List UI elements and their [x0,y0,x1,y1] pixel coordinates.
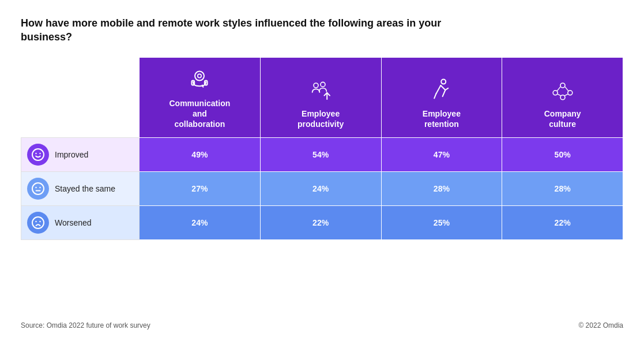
headset-icon [186,66,213,93]
col-label-culture: Companyculture [544,109,581,129]
svg-point-25 [35,221,36,222]
improved-communication: 49% [140,138,261,172]
svg-line-13 [556,87,560,91]
main-container: How have more mobile and remote work sty… [0,0,644,341]
row-stayed: Stayed the same 27% 24% 28% 28% [21,172,623,206]
svg-point-5 [314,83,318,88]
svg-point-18 [35,153,36,154]
svg-point-21 [35,187,36,188]
retention-icon [428,76,455,104]
sad-face-icon [31,216,45,230]
table-wrapper: Communicationandcollaboration [21,57,623,316]
row-stayed-label-cell: Stayed the same [21,172,140,206]
improved-culture: 50% [502,138,623,172]
svg-point-17 [32,149,44,160]
col-label-retention: Employeeretention [423,109,461,129]
svg-line-16 [564,94,567,96]
svg-point-9 [560,83,565,88]
row-improved-label-cell: Improved [21,138,140,172]
culture-icon [549,76,577,104]
svg-point-8 [441,79,446,84]
row-stayed-text: Stayed the same [55,184,115,193]
svg-point-24 [32,217,44,228]
svg-point-26 [39,221,40,222]
copyright-text: © 2022 Omdia [578,321,623,329]
row-worsened-text: Worsened [55,218,92,227]
emoji-stayed [27,178,49,200]
header-culture: Companyculture [502,57,623,138]
svg-point-3 [198,74,201,77]
col-label-communication: Communicationandcollaboration [169,99,230,129]
svg-point-20 [32,183,44,194]
data-table: Communicationandcollaboration [21,57,623,241]
productivity-icon [307,76,334,104]
stayed-culture: 28% [502,172,623,206]
row-worsened: Worsened 24% 22% 25% 22% [21,206,623,240]
col-label-productivity: Employeeproductivity [297,109,344,129]
svg-line-15 [558,94,561,96]
header-row: Communicationandcollaboration [21,57,623,138]
header-communication: Communicationandcollaboration [140,57,261,138]
neutral-face-icon [31,182,45,196]
svg-line-14 [565,87,568,91]
emoji-improved [27,144,49,166]
svg-point-19 [39,153,40,154]
header-retention: Employeeretention [381,57,502,138]
row-improved: Improved 49% 54% 47% 50% [21,138,623,172]
emoji-worsened [27,212,49,234]
worsened-retention: 25% [381,206,502,240]
row-worsened-label-cell: Worsened [21,206,140,240]
header-productivity: Employeeproductivity [260,57,381,138]
stayed-retention: 28% [381,172,502,206]
empty-header [21,57,140,138]
footer: Source: Omdia 2022 future of work survey… [21,321,623,329]
happy-face-icon [31,148,45,162]
source-text: Source: Omdia 2022 future of work survey [21,321,150,329]
stayed-productivity: 24% [260,172,381,206]
worsened-culture: 22% [502,206,623,240]
improved-productivity: 54% [260,138,381,172]
svg-point-0 [195,71,204,80]
improved-retention: 47% [381,138,502,172]
chart-title: How have more mobile and remote work sty… [21,16,494,44]
svg-point-6 [321,82,325,87]
worsened-communication: 24% [140,206,261,240]
svg-point-22 [39,187,40,188]
stayed-communication: 27% [140,172,261,206]
row-improved-text: Improved [55,150,88,159]
worsened-productivity: 22% [260,206,381,240]
